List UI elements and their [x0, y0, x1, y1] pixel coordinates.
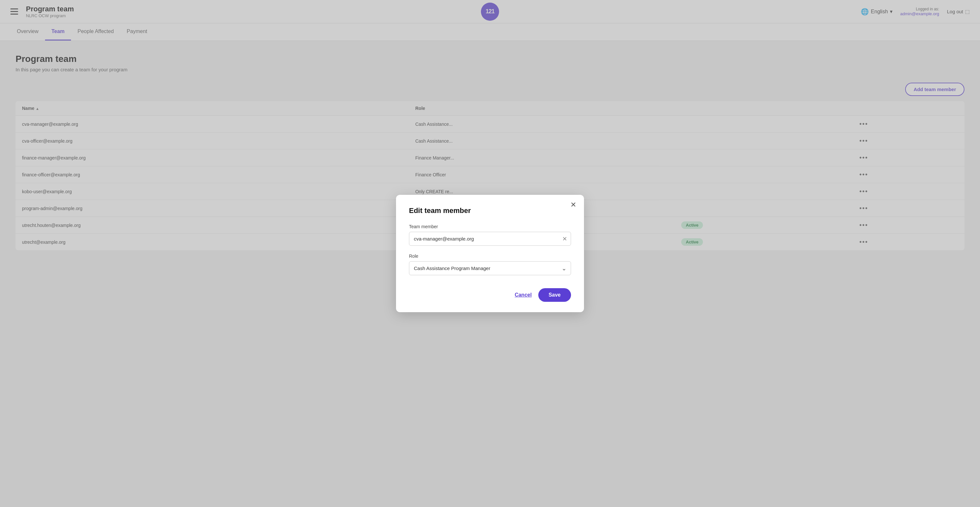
modal-close-button[interactable]: ✕ [570, 201, 576, 209]
modal-overlay: Edit team member ✕ Team member ✕ Role Ca… [0, 0, 980, 507]
save-button[interactable]: Save [538, 288, 571, 302]
role-select-wrap: Cash Assistance Program ManagerCash Assi… [409, 261, 571, 275]
cancel-button[interactable]: Cancel [515, 292, 531, 298]
edit-team-member-modal: Edit team member ✕ Team member ✕ Role Ca… [396, 195, 584, 312]
team-member-label: Team member [409, 224, 571, 229]
role-label: Role [409, 254, 571, 259]
role-select[interactable]: Cash Assistance Program ManagerCash Assi… [409, 261, 571, 275]
modal-title: Edit team member [409, 207, 571, 215]
team-member-input-wrap: ✕ [409, 232, 571, 246]
team-member-clear-button[interactable]: ✕ [562, 235, 567, 242]
team-member-input[interactable] [409, 232, 571, 246]
modal-actions: Cancel Save [409, 288, 571, 302]
